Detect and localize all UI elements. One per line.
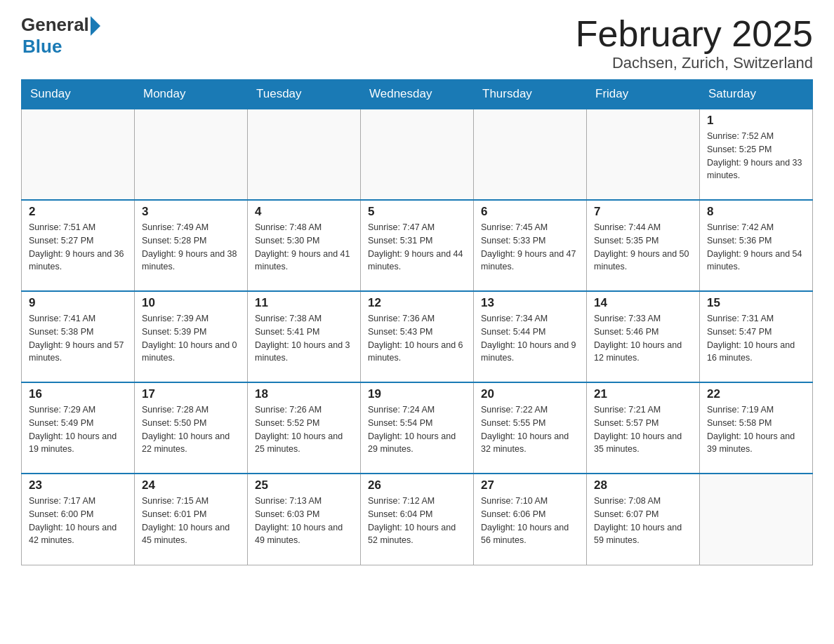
calendar-cell: 18Sunrise: 7:26 AM Sunset: 5:52 PM Dayli…	[248, 382, 361, 474]
calendar-cell: 7Sunrise: 7:44 AM Sunset: 5:35 PM Daylig…	[587, 200, 700, 291]
logo-arrow-icon	[91, 16, 100, 36]
calendar-cell: 4Sunrise: 7:48 AM Sunset: 5:30 PM Daylig…	[248, 200, 361, 291]
week-row-5: 23Sunrise: 7:17 AM Sunset: 6:00 PM Dayli…	[22, 474, 813, 565]
day-number: 13	[481, 296, 579, 310]
day-info: Sunrise: 7:52 AM Sunset: 5:25 PM Dayligh…	[707, 130, 805, 182]
page-header: General Blue February 2025 Dachsen, Zuri…	[21, 14, 813, 72]
day-info: Sunrise: 7:21 AM Sunset: 5:57 PM Dayligh…	[594, 403, 692, 456]
day-number: 8	[707, 205, 805, 219]
calendar-cell: 28Sunrise: 7:08 AM Sunset: 6:07 PM Dayli…	[587, 474, 700, 565]
calendar-cell	[135, 109, 248, 200]
day-number: 12	[368, 296, 466, 310]
calendar-cell: 14Sunrise: 7:33 AM Sunset: 5:46 PM Dayli…	[587, 291, 700, 382]
day-info: Sunrise: 7:08 AM Sunset: 6:07 PM Dayligh…	[594, 495, 692, 547]
day-info: Sunrise: 7:34 AM Sunset: 5:44 PM Dayligh…	[481, 312, 579, 365]
calendar-cell	[700, 474, 813, 565]
calendar-cell: 22Sunrise: 7:19 AM Sunset: 5:58 PM Dayli…	[700, 382, 813, 474]
day-info: Sunrise: 7:13 AM Sunset: 6:03 PM Dayligh…	[255, 495, 353, 547]
calendar-cell	[248, 109, 361, 200]
calendar-cell	[22, 109, 135, 200]
weekday-header-wednesday: Wednesday	[361, 80, 474, 109]
day-number: 5	[368, 205, 466, 219]
calendar-cell: 27Sunrise: 7:10 AM Sunset: 6:06 PM Dayli…	[474, 474, 587, 565]
day-info: Sunrise: 7:36 AM Sunset: 5:43 PM Dayligh…	[368, 312, 466, 365]
day-info: Sunrise: 7:29 AM Sunset: 5:49 PM Dayligh…	[29, 403, 127, 456]
day-number: 21	[594, 387, 692, 401]
day-number: 27	[481, 478, 579, 492]
weekday-header-friday: Friday	[587, 80, 700, 109]
calendar-cell: 6Sunrise: 7:45 AM Sunset: 5:33 PM Daylig…	[474, 200, 587, 291]
day-number: 2	[29, 205, 127, 219]
day-info: Sunrise: 7:28 AM Sunset: 5:50 PM Dayligh…	[142, 403, 240, 456]
calendar-header-row: SundayMondayTuesdayWednesdayThursdayFrid…	[22, 80, 813, 109]
calendar-cell: 1Sunrise: 7:52 AM Sunset: 5:25 PM Daylig…	[700, 109, 813, 200]
day-number: 16	[29, 387, 127, 401]
day-info: Sunrise: 7:19 AM Sunset: 5:58 PM Dayligh…	[707, 403, 805, 456]
day-info: Sunrise: 7:47 AM Sunset: 5:31 PM Dayligh…	[368, 221, 466, 274]
day-number: 17	[142, 387, 240, 401]
day-number: 25	[255, 478, 353, 492]
location-title: Dachsen, Zurich, Switzerland	[576, 54, 813, 72]
calendar-cell	[474, 109, 587, 200]
day-info: Sunrise: 7:24 AM Sunset: 5:54 PM Dayligh…	[368, 403, 466, 456]
weekday-header-saturday: Saturday	[700, 80, 813, 109]
calendar-cell: 16Sunrise: 7:29 AM Sunset: 5:49 PM Dayli…	[22, 382, 135, 474]
day-info: Sunrise: 7:17 AM Sunset: 6:00 PM Dayligh…	[29, 495, 127, 547]
day-info: Sunrise: 7:15 AM Sunset: 6:01 PM Dayligh…	[142, 495, 240, 547]
day-info: Sunrise: 7:39 AM Sunset: 5:39 PM Dayligh…	[142, 312, 240, 365]
day-number: 6	[481, 205, 579, 219]
month-title: February 2025	[576, 14, 813, 54]
calendar-cell: 3Sunrise: 7:49 AM Sunset: 5:28 PM Daylig…	[135, 200, 248, 291]
day-number: 10	[142, 296, 240, 310]
day-number: 28	[594, 478, 692, 492]
day-number: 3	[142, 205, 240, 219]
week-row-4: 16Sunrise: 7:29 AM Sunset: 5:49 PM Dayli…	[22, 382, 813, 474]
weekday-header-monday: Monday	[135, 80, 248, 109]
day-info: Sunrise: 7:33 AM Sunset: 5:46 PM Dayligh…	[594, 312, 692, 365]
day-number: 20	[481, 387, 579, 401]
calendar-cell: 25Sunrise: 7:13 AM Sunset: 6:03 PM Dayli…	[248, 474, 361, 565]
calendar-cell: 24Sunrise: 7:15 AM Sunset: 6:01 PM Dayli…	[135, 474, 248, 565]
day-info: Sunrise: 7:12 AM Sunset: 6:04 PM Dayligh…	[368, 495, 466, 547]
day-number: 24	[142, 478, 240, 492]
day-info: Sunrise: 7:22 AM Sunset: 5:55 PM Dayligh…	[481, 403, 579, 456]
weekday-header-tuesday: Tuesday	[248, 80, 361, 109]
day-number: 14	[594, 296, 692, 310]
day-number: 18	[255, 387, 353, 401]
calendar-cell: 10Sunrise: 7:39 AM Sunset: 5:39 PM Dayli…	[135, 291, 248, 382]
weekday-header-thursday: Thursday	[474, 80, 587, 109]
calendar-cell: 13Sunrise: 7:34 AM Sunset: 5:44 PM Dayli…	[474, 291, 587, 382]
title-block: February 2025 Dachsen, Zurich, Switzerla…	[576, 14, 813, 72]
day-info: Sunrise: 7:26 AM Sunset: 5:52 PM Dayligh…	[255, 403, 353, 456]
calendar-cell: 19Sunrise: 7:24 AM Sunset: 5:54 PM Dayli…	[361, 382, 474, 474]
day-number: 15	[707, 296, 805, 310]
day-number: 26	[368, 478, 466, 492]
calendar-table: SundayMondayTuesdayWednesdayThursdayFrid…	[21, 79, 813, 565]
day-info: Sunrise: 7:44 AM Sunset: 5:35 PM Dayligh…	[594, 221, 692, 274]
day-info: Sunrise: 7:45 AM Sunset: 5:33 PM Dayligh…	[481, 221, 579, 274]
weekday-header-sunday: Sunday	[22, 80, 135, 109]
week-row-1: 1Sunrise: 7:52 AM Sunset: 5:25 PM Daylig…	[22, 109, 813, 200]
day-number: 19	[368, 387, 466, 401]
logo-general-text: General	[21, 14, 89, 36]
calendar-cell: 20Sunrise: 7:22 AM Sunset: 5:55 PM Dayli…	[474, 382, 587, 474]
day-number: 23	[29, 478, 127, 492]
calendar-cell: 12Sunrise: 7:36 AM Sunset: 5:43 PM Dayli…	[361, 291, 474, 382]
day-info: Sunrise: 7:49 AM Sunset: 5:28 PM Dayligh…	[142, 221, 240, 274]
day-number: 22	[707, 387, 805, 401]
calendar-cell: 5Sunrise: 7:47 AM Sunset: 5:31 PM Daylig…	[361, 200, 474, 291]
day-info: Sunrise: 7:41 AM Sunset: 5:38 PM Dayligh…	[29, 312, 127, 365]
day-number: 7	[594, 205, 692, 219]
calendar-cell: 8Sunrise: 7:42 AM Sunset: 5:36 PM Daylig…	[700, 200, 813, 291]
day-number: 11	[255, 296, 353, 310]
day-number: 4	[255, 205, 353, 219]
day-info: Sunrise: 7:38 AM Sunset: 5:41 PM Dayligh…	[255, 312, 353, 365]
calendar-cell	[587, 109, 700, 200]
calendar-cell: 23Sunrise: 7:17 AM Sunset: 6:00 PM Dayli…	[22, 474, 135, 565]
day-info: Sunrise: 7:48 AM Sunset: 5:30 PM Dayligh…	[255, 221, 353, 274]
day-info: Sunrise: 7:51 AM Sunset: 5:27 PM Dayligh…	[29, 221, 127, 274]
week-row-3: 9Sunrise: 7:41 AM Sunset: 5:38 PM Daylig…	[22, 291, 813, 382]
calendar-cell: 9Sunrise: 7:41 AM Sunset: 5:38 PM Daylig…	[22, 291, 135, 382]
calendar-cell: 26Sunrise: 7:12 AM Sunset: 6:04 PM Dayli…	[361, 474, 474, 565]
day-number: 1	[707, 114, 805, 128]
